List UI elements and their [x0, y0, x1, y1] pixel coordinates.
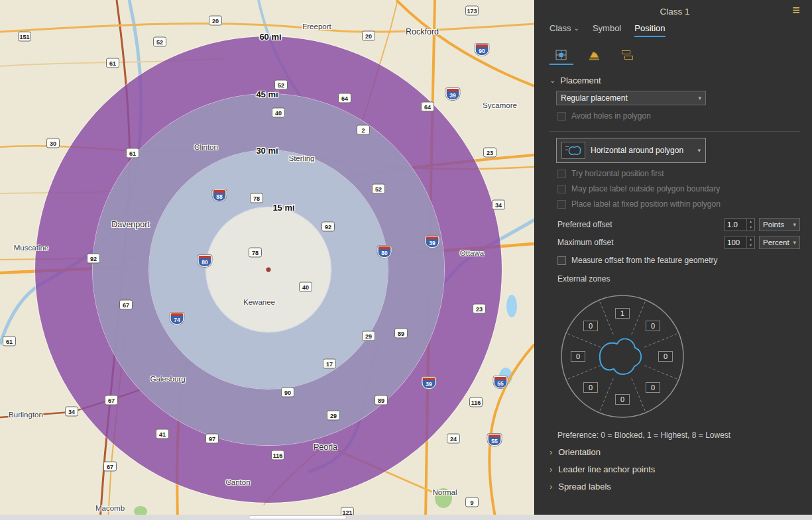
route-shield-67: 67	[103, 462, 117, 472]
city-label-sycamore: Sycamore	[483, 101, 517, 109]
maximum-offset-input-wrap: ▴ ▾	[725, 236, 755, 249]
route-shield-23: 23	[483, 148, 496, 158]
buffer-center-point	[266, 268, 271, 272]
avoid-holes-checkbox	[557, 112, 566, 121]
maximum-offset-input[interactable]	[725, 236, 746, 248]
menu-icon[interactable]: ≡	[792, 3, 800, 17]
spin-up-icon[interactable]: ▴	[747, 219, 754, 225]
city-label-galesburg: Galesburg	[150, 375, 185, 383]
polygon-option-row-1: May place label outside polygon boundary	[557, 184, 800, 193]
chevron-down-icon: ⌄	[550, 76, 555, 85]
regular-placement-icon-button[interactable]	[550, 46, 573, 65]
route-shield-97: 97	[205, 434, 219, 444]
tab-position[interactable]: Position	[634, 23, 665, 37]
preferred-offset-input-wrap: ▴ ▾	[725, 218, 755, 231]
polygon-option-row-2: Place label at fixed position within pol…	[557, 199, 800, 209]
tab-class[interactable]: Class⌄	[550, 23, 579, 37]
ring-distance-label: 15 mi	[272, 203, 294, 213]
city-label-burlington: Burlington	[9, 411, 43, 419]
interstate-shield-39: 39	[422, 377, 436, 389]
zone-value-box-1[interactable]: 0	[583, 321, 598, 331]
polygon-option-checkbox	[557, 170, 566, 178]
zone-value-box-6[interactable]: 0	[646, 382, 660, 393]
route-shield-61: 61	[3, 337, 16, 346]
polygon-option-checkbox	[557, 185, 566, 193]
land-parcel-placement-icon-button[interactable]	[583, 46, 607, 65]
polygon-option-checkbox	[557, 200, 566, 209]
section-label: Orientation	[558, 447, 601, 457]
city-label-rockford: Rockford	[406, 27, 439, 36]
zone-value-box-3[interactable]: 0	[571, 351, 585, 362]
route-shield-89: 89	[375, 395, 388, 405]
avoid-holes-label: Avoid holes in polygon	[571, 111, 651, 121]
spin-down-icon[interactable]: ▾	[747, 242, 754, 248]
zone-divider-line	[644, 333, 678, 347]
preferred-offset-unit-select[interactable]: Points ▾	[759, 218, 800, 231]
maximum-offset-unit-select[interactable]: Percent ▾	[759, 236, 800, 249]
city-label-clinton: Clinton	[194, 143, 218, 151]
route-shield-20: 20	[362, 31, 375, 41]
interstate-shield-39: 39	[426, 236, 439, 248]
zone-value-box-7[interactable]: 0	[615, 394, 630, 405]
horizontal-scrollbar[interactable]	[0, 515, 812, 520]
city-label-sterling: Sterling	[289, 154, 315, 162]
interstate-shield-80: 80	[198, 255, 212, 267]
polygon-option-label: Place label at fixed position within pol…	[571, 199, 721, 209]
measure-offset-checkbox-row[interactable]: Measure offset from the feature geometry	[557, 256, 800, 265]
tab-symbol[interactable]: Symbol	[593, 23, 621, 37]
city-label-normal: Normal	[432, 488, 457, 496]
polygon-option-list: Try horizontal position firstMay place l…	[550, 169, 800, 209]
zone-value-box-2[interactable]: 0	[646, 321, 660, 331]
route-shield-17: 17	[323, 359, 336, 369]
route-shield-116: 116	[271, 450, 284, 460]
route-shield-20: 20	[209, 16, 222, 26]
zone-value-box-5[interactable]: 0	[583, 382, 598, 393]
section-label: Leader line anchor points	[558, 464, 655, 474]
section-leader-line-anchor-points[interactable]: ›Leader line anchor points	[550, 464, 800, 474]
stacked-labels-icon-button[interactable]	[616, 46, 640, 65]
map-canvas[interactable]: 60 mi45 mi30 mi15 mi90398880803974395555…	[0, 0, 534, 520]
route-shield-61: 61	[126, 148, 139, 158]
city-label-freeport: Freeport	[302, 23, 331, 30]
external-zones-diagram: 10000000	[556, 290, 689, 423]
route-shield-24: 24	[447, 434, 460, 444]
placement-section-header[interactable]: ⌄ Placement	[550, 76, 800, 85]
scrollbar-thumb[interactable]	[249, 515, 347, 519]
maximum-offset-row: Maximum offset ▴ ▾ Percent ▾	[557, 236, 800, 249]
chevron-right-icon: ›	[550, 447, 552, 457]
preferred-offset-stepper[interactable]: ▴ ▾	[746, 219, 754, 231]
zone-divider-line	[567, 333, 601, 347]
route-shield-23: 23	[473, 304, 486, 314]
section-orientation[interactable]: ›Orientation	[550, 447, 800, 457]
interstate-shield-74: 74	[170, 313, 184, 325]
placement-type-select[interactable]: Regular placement ▾	[556, 91, 706, 105]
city-label-macomb: Macomb	[95, 504, 125, 512]
route-shield-40: 40	[272, 108, 285, 118]
route-shield-29: 29	[327, 411, 340, 421]
zone-value-box-0[interactable]: 1	[615, 308, 630, 319]
route-shield-116: 116	[469, 397, 483, 407]
city-label-peoria: Peoria	[314, 442, 337, 452]
measure-offset-checkbox[interactable]	[557, 256, 566, 265]
preferred-offset-label: Preferred offset	[557, 220, 725, 229]
route-shield-89: 89	[394, 329, 408, 338]
interstate-shield-39: 39	[446, 88, 460, 100]
zone-value-box-4[interactable]: 0	[658, 351, 673, 362]
route-shield-29: 29	[362, 331, 375, 341]
zone-divider-line	[599, 378, 613, 412]
ring-distance-label: 45 mi	[256, 89, 278, 99]
preferred-offset-input[interactable]	[725, 219, 746, 231]
spin-up-icon[interactable]: ▴	[747, 236, 754, 242]
panel-header: Class 1 ≡	[550, 3, 800, 20]
position-style-combo[interactable]: Horizontal around polygon ▾	[556, 138, 706, 163]
spin-down-icon[interactable]: ▾	[747, 225, 754, 231]
city-label-davenport: Davenport	[111, 220, 150, 229]
maximum-offset-stepper[interactable]: ▴ ▾	[746, 236, 754, 248]
ring-distance-label: 30 mi	[256, 146, 278, 156]
tab-label: Position	[634, 23, 665, 33]
external-zones-label: External zones	[557, 274, 800, 284]
route-shield-173: 173	[465, 6, 479, 16]
section-spread-labels[interactable]: ›Spread labels	[550, 482, 800, 492]
route-shield-52: 52	[274, 80, 288, 90]
section-label: Spread labels	[558, 482, 611, 492]
